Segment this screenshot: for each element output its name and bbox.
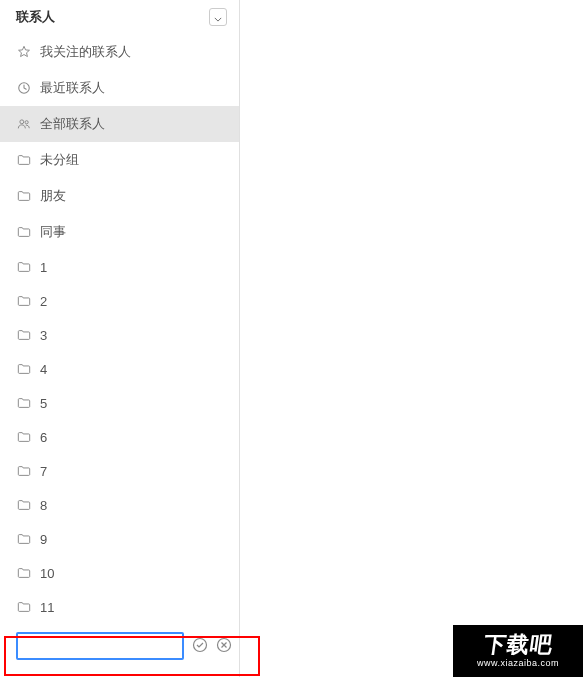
sidebar-title: 联系人 bbox=[16, 8, 55, 26]
sidebar-item[interactable]: 2 bbox=[0, 284, 239, 318]
sidebar-item[interactable]: 最近联系人 bbox=[0, 70, 239, 106]
sidebar-item[interactable]: 8 bbox=[0, 488, 239, 522]
sidebar-list: 我关注的联系人最近联系人全部联系人未分组朋友同事1234567891011 bbox=[0, 34, 239, 624]
sidebar-header: 联系人 bbox=[0, 0, 239, 34]
sidebar-item-label: 2 bbox=[40, 294, 47, 309]
sidebar-item-label: 8 bbox=[40, 498, 47, 513]
cancel-button[interactable] bbox=[216, 637, 232, 655]
folder-icon bbox=[16, 293, 32, 309]
folder-icon bbox=[16, 463, 32, 479]
new-folder-row bbox=[0, 624, 239, 668]
confirm-button[interactable] bbox=[192, 637, 208, 655]
chevron-down-icon bbox=[214, 10, 222, 25]
folder-icon bbox=[16, 531, 32, 547]
folder-icon bbox=[16, 224, 32, 240]
sidebar-item-label: 3 bbox=[40, 328, 47, 343]
watermark-text: 下载吧 bbox=[482, 634, 554, 656]
sidebar-item-label: 10 bbox=[40, 566, 54, 581]
sidebar-item-label: 9 bbox=[40, 532, 47, 547]
folder-icon bbox=[16, 395, 32, 411]
new-folder-input[interactable] bbox=[16, 632, 184, 660]
sidebar-item[interactable]: 11 bbox=[0, 590, 239, 624]
x-circle-icon bbox=[216, 637, 232, 656]
sidebar-item-label: 未分组 bbox=[40, 151, 79, 169]
folder-icon bbox=[16, 188, 32, 204]
sidebar-item[interactable]: 全部联系人 bbox=[0, 106, 239, 142]
watermark: 下载吧 www.xiazaiba.com bbox=[453, 625, 583, 677]
sidebar-item[interactable]: 朋友 bbox=[0, 178, 239, 214]
sidebar-item-label: 最近联系人 bbox=[40, 79, 105, 97]
folder-icon bbox=[16, 497, 32, 513]
sidebar-item-label: 5 bbox=[40, 396, 47, 411]
sidebar-item[interactable]: 1 bbox=[0, 250, 239, 284]
sidebar-item-label: 我关注的联系人 bbox=[40, 43, 131, 61]
sidebar-item[interactable]: 9 bbox=[0, 522, 239, 556]
sidebar-item[interactable]: 4 bbox=[0, 352, 239, 386]
sidebar-item-label: 全部联系人 bbox=[40, 115, 105, 133]
sidebar-item-label: 11 bbox=[40, 600, 54, 615]
contacts-sidebar: 联系人 我关注的联系人最近联系人全部联系人未分组朋友同事123456789101… bbox=[0, 0, 240, 677]
sidebar-item[interactable]: 10 bbox=[0, 556, 239, 590]
sidebar-item[interactable]: 5 bbox=[0, 386, 239, 420]
star-icon bbox=[16, 44, 32, 60]
sidebar-item-label: 6 bbox=[40, 430, 47, 445]
sidebar-item-label: 同事 bbox=[40, 223, 66, 241]
sidebar-item[interactable]: 6 bbox=[0, 420, 239, 454]
folder-icon bbox=[16, 361, 32, 377]
folder-icon bbox=[16, 327, 32, 343]
watermark-url: www.xiazaiba.com bbox=[477, 658, 559, 668]
sidebar-item-label: 4 bbox=[40, 362, 47, 377]
check-circle-icon bbox=[192, 637, 208, 656]
svg-point-1 bbox=[20, 120, 24, 124]
people-icon bbox=[16, 116, 32, 132]
folder-icon bbox=[16, 565, 32, 581]
folder-icon bbox=[16, 429, 32, 445]
sidebar-item[interactable]: 7 bbox=[0, 454, 239, 488]
folder-icon bbox=[16, 599, 32, 615]
sidebar-item[interactable]: 我关注的联系人 bbox=[0, 34, 239, 70]
sidebar-dropdown-button[interactable] bbox=[209, 8, 227, 26]
folder-icon bbox=[16, 152, 32, 168]
sidebar-item[interactable]: 同事 bbox=[0, 214, 239, 250]
sidebar-item[interactable]: 3 bbox=[0, 318, 239, 352]
sidebar-item[interactable]: 未分组 bbox=[0, 142, 239, 178]
sidebar-item-label: 朋友 bbox=[40, 187, 66, 205]
sidebar-item-label: 1 bbox=[40, 260, 47, 275]
svg-point-3 bbox=[194, 638, 207, 651]
clock-icon bbox=[16, 80, 32, 96]
folder-icon bbox=[16, 259, 32, 275]
svg-point-2 bbox=[25, 121, 28, 124]
sidebar-item-label: 7 bbox=[40, 464, 47, 479]
